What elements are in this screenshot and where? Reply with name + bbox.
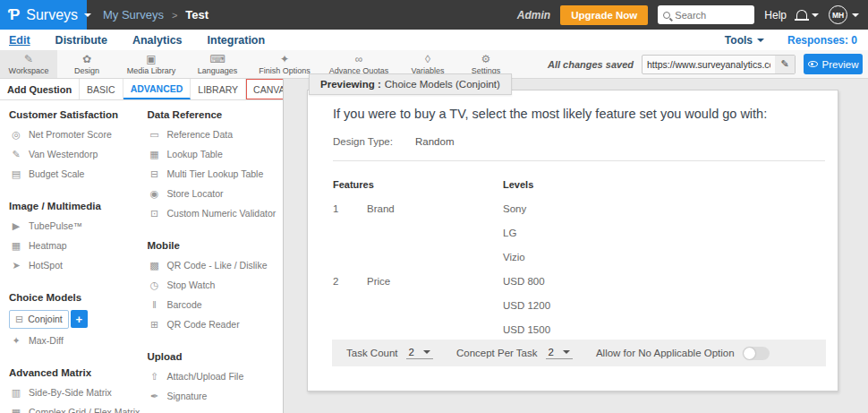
add-question-label: Add Question: [0, 79, 80, 99]
toolbar-languages[interactable]: ⌨ Languages: [186, 50, 249, 78]
notifications-bell-icon[interactable]: [796, 10, 807, 19]
question-type-custom-numeric-validator[interactable]: ⊡Custom Numeric Validator: [148, 203, 284, 223]
search-box[interactable]: [658, 5, 754, 24]
toolbar-label: Languages: [198, 66, 238, 75]
surveys-product-menu[interactable]: Ƥ Surveys: [0, 0, 87, 30]
table-row: 1 Brand Sony: [333, 196, 825, 220]
table-row: USD 1500: [333, 317, 825, 341]
questionpro-logo: Ƥ: [8, 7, 20, 22]
chevron-down-icon: [757, 39, 764, 42]
toolbar-workspace[interactable]: ✎ Workspace: [0, 50, 57, 78]
section-mobile: Mobile: [148, 240, 284, 251]
toolbar-label: Media Library: [127, 66, 176, 75]
tools-label: Tools: [725, 34, 753, 47]
question-type-complex-grid-flex-matrix[interactable]: ▦Complex Grid / Flex Matrix: [9, 402, 143, 413]
question-type-van-westendorp[interactable]: ✎Van Westendorp: [9, 144, 143, 164]
question-type-budget-scale[interactable]: ▤Budget Scale: [9, 164, 143, 184]
no-applicable-option-toggle[interactable]: [743, 347, 770, 360]
question-type-tabs: Add Question BASIC ADVANCED LIBRARY CANV…: [0, 79, 283, 100]
stop-watch-icon: ◷: [148, 280, 162, 291]
chevron-down-icon[interactable]: [852, 13, 859, 17]
app-window: Ƥ Surveys My Surveys > Test Admin Upgrad…: [0, 0, 868, 413]
conjoint-icon: ⊟: [15, 314, 23, 325]
table-row: Vizio: [333, 245, 825, 269]
question-type-conjoint-row: ⊟Conjoint +: [9, 307, 143, 331]
level-value: USD 1500: [503, 324, 825, 335]
design-type-label: Design Type:: [333, 136, 415, 147]
finish-options-icon: ✦: [280, 54, 289, 65]
multi-tier-lookup-table-icon: ⊟: [148, 168, 162, 180]
question-type-multi-tier-lookup-table[interactable]: ⊟Multi Tier Lookup Table: [148, 164, 284, 184]
question-type-barcode[interactable]: ‖Barcode: [148, 295, 284, 314]
question-type-lookup-table[interactable]: ▦Lookup Table: [148, 144, 284, 164]
tab-library[interactable]: LIBRARY: [191, 79, 246, 99]
nav-edit[interactable]: Edit: [9, 34, 30, 47]
features-levels-table: Features Levels 1 Brand Sony LG Vizio 2: [333, 172, 825, 341]
tab-advanced[interactable]: ADVANCED: [123, 79, 191, 99]
question-type-list: Customer Satisfaction ◎Net Promoter Scor…: [0, 100, 283, 413]
item-label: QR Code - Like / Dislike: [167, 260, 268, 271]
breadcrumb-survey-name: Test: [185, 8, 208, 22]
tab-canvas[interactable]: CANVAS: [246, 79, 284, 99]
item-label: Budget Scale: [29, 168, 84, 179]
question-type-net-promoter-score[interactable]: ◎Net Promoter Score: [9, 125, 143, 144]
toolbar-design[interactable]: ✿ Design: [57, 50, 116, 78]
question-type-stop-watch[interactable]: ◷Stop Watch: [148, 275, 284, 295]
tab-basic[interactable]: BASIC: [80, 79, 123, 99]
help-link[interactable]: Help: [764, 9, 787, 22]
nav-analytics[interactable]: Analytics: [132, 34, 183, 47]
question-type-max-diff[interactable]: ✦Max-Diff: [9, 331, 143, 350]
feature-number: 1: [333, 203, 367, 214]
breadcrumb-my-surveys[interactable]: My Surveys: [103, 8, 164, 22]
upgrade-now-button[interactable]: Upgrade Now: [560, 5, 648, 25]
item-label: Signature: [167, 391, 208, 401]
signature-icon: ✒: [148, 391, 162, 402]
survey-url-field[interactable]: ✎: [642, 55, 796, 74]
previewing-label: Previewing :: [320, 79, 381, 90]
design-type-value: Random: [415, 136, 454, 147]
item-label: Heatmap: [29, 240, 67, 251]
question-type-qr-code-like-dislike[interactable]: ▩QR Code - Like / Dislike: [148, 255, 284, 275]
responses-count[interactable]: Responses: 0: [787, 34, 857, 47]
concept-per-task-dropdown[interactable]: 2: [546, 347, 573, 359]
question-type-tubepulse[interactable]: ▶TubePulse™: [9, 216, 143, 236]
nav-distribute[interactable]: Distribute: [55, 34, 107, 47]
question-type-conjoint[interactable]: ⊟Conjoint: [9, 310, 69, 329]
level-value: LG: [503, 228, 825, 238]
question-type-side-by-side-matrix[interactable]: ▥Side-By-Side Matrix: [9, 383, 143, 402]
question-type-attach-upload-file[interactable]: ⇧Attach/Upload File: [148, 366, 284, 386]
toolbar-media-library[interactable]: ▣ Media Library: [116, 50, 186, 78]
question-text: If you were to buy a TV, select the most…: [333, 107, 813, 121]
chevron-down-icon: [84, 13, 91, 17]
preview-button[interactable]: Preview: [804, 54, 863, 74]
panel-column-2: Data Reference ▭Reference Data ▦Lookup T…: [148, 100, 284, 413]
item-label: TubePulse™: [29, 220, 82, 231]
custom-numeric-validator-icon: ⊡: [148, 208, 162, 219]
avatar[interactable]: MH: [829, 5, 847, 24]
preview-button-label: Preview: [822, 59, 859, 70]
languages-icon: ⌨: [209, 54, 225, 65]
feature-name: Brand: [367, 203, 503, 214]
hotspot-icon: ➤: [9, 260, 23, 271]
edit-url-pencil-icon[interactable]: ✎: [775, 56, 795, 73]
question-type-reference-data[interactable]: ▭Reference Data: [148, 125, 284, 144]
question-type-heatmap[interactable]: ▦Heatmap: [9, 236, 143, 255]
nav-integration[interactable]: Integration: [208, 34, 266, 47]
level-value: Vizio: [503, 252, 825, 262]
question-type-qr-code-reader[interactable]: ⊞QR Code Reader: [148, 314, 284, 334]
lookup-table-icon: ▦: [148, 149, 162, 160]
concept-per-task-value: 2: [549, 347, 554, 357]
survey-url-input[interactable]: [642, 59, 775, 70]
task-count-dropdown[interactable]: 2: [406, 347, 433, 359]
add-conjoint-button[interactable]: +: [71, 310, 88, 328]
item-label: Lookup Table: [167, 149, 223, 159]
chevron-down-icon[interactable]: [812, 13, 819, 17]
question-type-hotspot[interactable]: ➤HotSpot: [9, 255, 143, 275]
section-image-multimedia: Image / Multimedia: [9, 201, 143, 211]
tools-menu[interactable]: Tools: [725, 34, 764, 47]
conjoint-controls-bar: Task Count 2 Concept Per Task 2 Allow fo…: [332, 340, 826, 366]
question-type-signature[interactable]: ✒Signature: [148, 386, 284, 406]
van-westendorp-icon: ✎: [9, 149, 23, 160]
question-type-store-locator[interactable]: ◉Store Locator: [148, 184, 284, 203]
search-input[interactable]: [675, 10, 741, 21]
